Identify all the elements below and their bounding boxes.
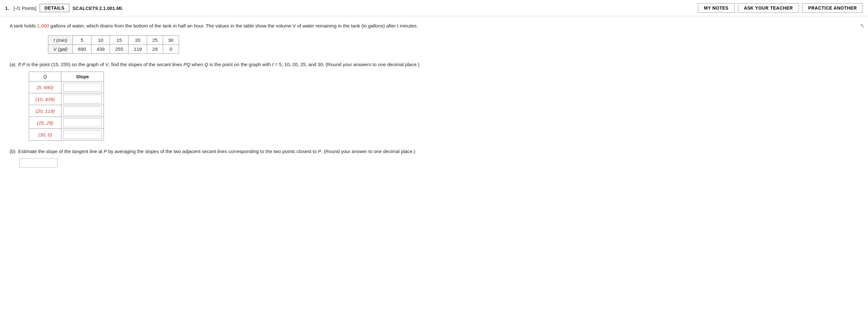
slope-input-cell-5	[61, 129, 104, 141]
slope-row-1: (5, 690)	[29, 82, 104, 93]
slope-input-cell-2	[61, 93, 104, 105]
points-label: [-/1 Points]	[14, 5, 37, 11]
slope-input-cell-4	[61, 117, 104, 129]
data-table: t (min) 5 10 15 20 25 30 V (gal) 690 439…	[48, 35, 179, 54]
q-column-header: Q	[29, 72, 61, 82]
v-val-4: 119	[128, 45, 147, 54]
t-val-6: 30	[163, 36, 179, 45]
part-b-label: (b)	[9, 149, 18, 154]
part-a-text: (a) If P is the point (15, 255) on the g…	[9, 61, 859, 68]
slope-row-2: (10, 439)	[29, 93, 104, 105]
part-b: (b) Estimate the slope of the tangent li…	[9, 148, 859, 167]
main-content: A tank holds 1,000 gallons of water, whi…	[0, 16, 868, 177]
t-val-3: 15	[110, 36, 128, 45]
t-val-4: 20	[128, 36, 147, 45]
slope-input-5[interactable]	[63, 130, 102, 139]
my-notes-button[interactable]: MY NOTES	[698, 3, 735, 13]
part-a-description: If P is the point (15, 255) on the graph…	[18, 62, 420, 67]
v-val-2: 439	[91, 45, 110, 54]
t-min-header: t (min)	[48, 36, 73, 45]
details-button[interactable]: DETAILS	[40, 4, 69, 12]
slope-table: Q Slope (5, 690) (10, 439)	[29, 71, 104, 141]
desc-end: gallons of water, which drains from the …	[49, 23, 418, 28]
top-right-buttons: MY NOTES ASK YOUR TEACHER PRACTICE ANOTH…	[698, 3, 863, 13]
question-number: 1.	[5, 5, 9, 11]
q-value-2: (10, 439)	[29, 93, 61, 105]
v-val-5: 29	[147, 45, 163, 54]
t-val-2: 10	[91, 36, 110, 45]
slope-input-1[interactable]	[63, 83, 102, 92]
desc-start: A tank holds	[9, 23, 37, 28]
highlighted-number: 1,000	[37, 23, 49, 28]
v-gal-header: V (gal)	[48, 45, 73, 54]
slope-row-5: (30, 0)	[29, 129, 104, 141]
part-a-label: (a)	[9, 62, 18, 67]
slope-row-3: (20, 119)	[29, 105, 104, 117]
q-value-4: (25, 29)	[29, 117, 61, 129]
slope-column-header: Slope	[61, 72, 104, 82]
part-b-input[interactable]	[19, 158, 58, 167]
t-val-5: 25	[147, 36, 163, 45]
v-val-3: 255	[110, 45, 128, 54]
q-value-5: (30, 0)	[29, 129, 61, 141]
problem-description: A tank holds 1,000 gallons of water, whi…	[9, 22, 859, 30]
resize-icon: ⇖	[860, 22, 865, 29]
slope-input-4[interactable]	[63, 118, 102, 127]
q-value-3: (20, 119)	[29, 105, 61, 117]
scalcet-label: SCALCET9 2.1.001.MI.	[72, 5, 123, 11]
practice-another-button[interactable]: PRACTICE ANOTHER	[802, 3, 863, 13]
slope-input-2[interactable]	[63, 95, 102, 103]
t-val-1: 5	[73, 36, 91, 45]
part-b-description: Estimate the slope of the tangent line a…	[18, 149, 415, 154]
slope-input-cell-3	[61, 105, 104, 117]
v-val-1: 690	[73, 45, 91, 54]
v-val-6: 0	[163, 45, 179, 54]
slope-row-4: (25, 29)	[29, 117, 104, 129]
q-value-1: (5, 690)	[29, 82, 61, 93]
slope-input-3[interactable]	[63, 106, 102, 115]
part-b-text: (b) Estimate the slope of the tangent li…	[9, 148, 859, 155]
top-bar: 1. [-/1 Points] DETAILS SCALCET9 2.1.001…	[0, 0, 868, 16]
ask-teacher-button[interactable]: ASK YOUR TEACHER	[738, 3, 799, 13]
slope-input-cell-1	[61, 82, 104, 93]
